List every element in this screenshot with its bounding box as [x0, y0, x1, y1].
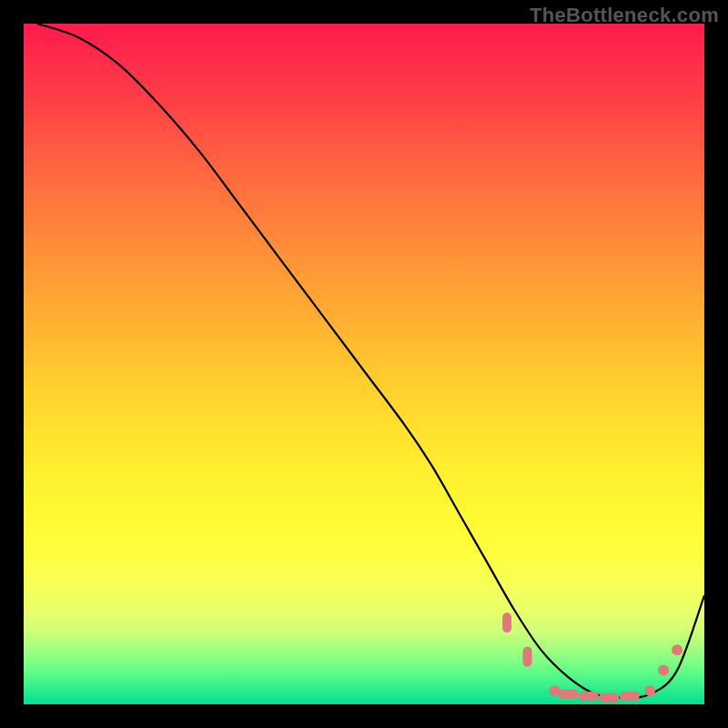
watermark-text: TheBottleneck.com: [530, 4, 719, 27]
curve-marker: [672, 644, 682, 655]
curve-marker: [599, 693, 619, 703]
chart-canvas: TheBottleneck.com: [0, 0, 728, 728]
curve-layer: [24, 24, 704, 704]
curve-marker: [549, 685, 560, 696]
marker-group: [502, 612, 682, 702]
curve-marker: [502, 612, 511, 632]
curve-marker: [644, 685, 655, 696]
curve-marker: [620, 692, 640, 701]
curve-marker: [523, 647, 532, 667]
plot-area: [24, 24, 704, 704]
bottleneck-curve: [37, 24, 704, 698]
curve-marker: [658, 665, 669, 676]
curve-marker: [579, 692, 599, 701]
curve-marker: [558, 690, 578, 699]
